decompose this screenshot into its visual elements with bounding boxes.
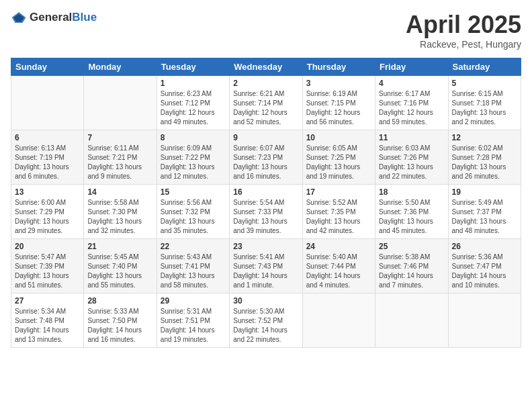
- daylight-text: Daylight: 13 hours and 48 minutes.: [452, 218, 506, 234]
- day-info: Sunrise: 6:23 AMSunset: 7:12 PMDaylight:…: [161, 89, 226, 127]
- sunset-text: Sunset: 7:22 PM: [161, 154, 210, 161]
- day-number: 12: [452, 133, 517, 142]
- day-number: 15: [161, 187, 226, 197]
- daylight-text: Daylight: 12 hours and 56 minutes.: [306, 109, 361, 126]
- table-cell: 29Sunrise: 5:31 AMSunset: 7:51 PMDayligh…: [157, 293, 229, 348]
- day-info: Sunrise: 5:40 AMSunset: 7:44 PMDaylight:…: [306, 253, 371, 290]
- table-cell: 25Sunrise: 5:38 AMSunset: 7:46 PMDayligh…: [375, 239, 448, 293]
- table-cell: 3Sunrise: 6:19 AMSunset: 7:15 PMDaylight…: [302, 76, 375, 130]
- table-cell: 11Sunrise: 6:03 AMSunset: 7:26 PMDayligh…: [375, 130, 448, 185]
- day-number: 4: [379, 79, 444, 88]
- table-cell: 7Sunrise: 6:11 AMSunset: 7:21 PMDaylight…: [84, 130, 157, 185]
- table-cell: 10Sunrise: 6:05 AMSunset: 7:25 PMDayligh…: [302, 130, 375, 185]
- sunset-text: Sunset: 7:46 PM: [379, 263, 429, 270]
- sunset-text: Sunset: 7:40 PM: [87, 263, 137, 270]
- sunrise-text: Sunrise: 5:56 AM: [161, 199, 212, 206]
- sunset-text: Sunset: 7:41 PM: [161, 263, 210, 270]
- sunrise-text: Sunrise: 5:36 AM: [452, 253, 503, 261]
- sunset-text: Sunset: 7:44 PM: [306, 263, 356, 270]
- sunset-text: Sunset: 7:19 PM: [15, 154, 64, 161]
- day-info: Sunrise: 5:34 AMSunset: 7:48 PMDaylight:…: [15, 307, 80, 345]
- calendar-title: April 2025: [406, 11, 521, 39]
- day-info: Sunrise: 5:31 AMSunset: 7:51 PMDaylight:…: [161, 307, 226, 345]
- sunset-text: Sunset: 7:30 PM: [87, 208, 137, 216]
- daylight-text: Daylight: 13 hours and 58 minutes.: [161, 272, 215, 289]
- table-cell: 6Sunrise: 6:13 AMSunset: 7:19 PMDaylight…: [11, 130, 84, 185]
- sunrise-text: Sunrise: 6:00 AM: [15, 199, 66, 206]
- sunset-text: Sunset: 7:29 PM: [15, 208, 64, 216]
- logo: GeneralBlue: [11, 11, 97, 24]
- table-cell: 26Sunrise: 5:36 AMSunset: 7:47 PMDayligh…: [448, 239, 521, 293]
- header-thursday: Thursday: [302, 58, 375, 76]
- day-info: Sunrise: 6:17 AMSunset: 7:16 PMDaylight:…: [379, 89, 444, 127]
- sunrise-text: Sunrise: 6:19 AM: [306, 90, 357, 97]
- sunrise-text: Sunrise: 5:54 AM: [233, 199, 284, 206]
- sunset-text: Sunset: 7:12 PM: [161, 99, 210, 107]
- header-friday: Friday: [375, 58, 448, 76]
- sunset-text: Sunset: 7:23 PM: [233, 154, 283, 161]
- sunset-text: Sunset: 7:48 PM: [15, 317, 64, 324]
- daylight-text: Daylight: 13 hours and 51 minutes.: [15, 272, 69, 289]
- day-number: 10: [306, 133, 371, 142]
- day-info: Sunrise: 5:33 AMSunset: 7:50 PMDaylight:…: [87, 307, 152, 345]
- table-cell: [302, 293, 375, 348]
- week-row-1: 1Sunrise: 6:23 AMSunset: 7:12 PMDaylight…: [11, 76, 521, 130]
- day-info: Sunrise: 6:19 AMSunset: 7:15 PMDaylight:…: [306, 89, 371, 127]
- sunset-text: Sunset: 7:33 PM: [233, 208, 283, 216]
- day-number: 7: [87, 133, 152, 142]
- day-number: 28: [87, 296, 152, 306]
- table-cell: 5Sunrise: 6:15 AMSunset: 7:18 PMDaylight…: [448, 76, 521, 130]
- table-cell: 19Sunrise: 5:49 AMSunset: 7:37 PMDayligh…: [448, 185, 521, 239]
- table-cell: [11, 76, 84, 130]
- sunrise-text: Sunrise: 5:34 AM: [15, 308, 66, 315]
- day-number: 19: [452, 187, 517, 197]
- table-cell: 13Sunrise: 6:00 AMSunset: 7:29 PMDayligh…: [11, 185, 84, 239]
- day-number: 8: [161, 133, 226, 142]
- table-cell: 30Sunrise: 5:30 AMSunset: 7:52 PMDayligh…: [230, 293, 302, 348]
- day-number: 27: [15, 296, 80, 306]
- calendar-header-row: Sunday Monday Tuesday Wednesday Thursday…: [11, 58, 521, 76]
- sunrise-text: Sunrise: 5:33 AM: [87, 308, 138, 315]
- sunrise-text: Sunrise: 6:07 AM: [233, 144, 284, 152]
- table-cell: 24Sunrise: 5:40 AMSunset: 7:44 PMDayligh…: [302, 239, 375, 293]
- sunrise-text: Sunrise: 5:43 AM: [161, 253, 212, 261]
- daylight-text: Daylight: 13 hours and 6 minutes.: [15, 163, 69, 180]
- calendar-table: Sunday Monday Tuesday Wednesday Thursday…: [11, 58, 521, 348]
- logo-text: GeneralBlue: [30, 11, 97, 24]
- week-row-4: 20Sunrise: 5:47 AMSunset: 7:39 PMDayligh…: [11, 239, 521, 293]
- day-number: 23: [233, 242, 298, 251]
- daylight-text: Daylight: 13 hours and 55 minutes.: [87, 272, 142, 289]
- sunset-text: Sunset: 7:25 PM: [306, 154, 356, 161]
- day-info: Sunrise: 6:15 AMSunset: 7:18 PMDaylight:…: [452, 89, 517, 127]
- table-cell: [84, 76, 157, 130]
- sunrise-text: Sunrise: 5:38 AM: [379, 253, 430, 261]
- table-cell: 18Sunrise: 5:50 AMSunset: 7:36 PMDayligh…: [375, 185, 448, 239]
- sunset-text: Sunset: 7:18 PM: [452, 99, 502, 107]
- sunrise-text: Sunrise: 5:49 AM: [452, 199, 503, 206]
- day-number: 3: [306, 79, 371, 88]
- table-cell: 16Sunrise: 5:54 AMSunset: 7:33 PMDayligh…: [230, 185, 302, 239]
- sunset-text: Sunset: 7:39 PM: [15, 263, 64, 270]
- sunrise-text: Sunrise: 6:17 AM: [379, 90, 430, 97]
- sunrise-text: Sunrise: 5:31 AM: [161, 308, 212, 315]
- day-number: 26: [452, 242, 517, 251]
- daylight-text: Daylight: 13 hours and 39 minutes.: [233, 218, 287, 234]
- daylight-text: Daylight: 13 hours and 22 minutes.: [379, 163, 433, 180]
- day-number: 11: [379, 133, 444, 142]
- day-info: Sunrise: 6:13 AMSunset: 7:19 PMDaylight:…: [15, 144, 80, 181]
- sunrise-text: Sunrise: 6:13 AM: [15, 144, 66, 152]
- sunrise-text: Sunrise: 5:47 AM: [15, 253, 66, 261]
- table-cell: 27Sunrise: 5:34 AMSunset: 7:48 PMDayligh…: [11, 293, 84, 348]
- sunset-text: Sunset: 7:26 PM: [379, 154, 429, 161]
- sunset-text: Sunset: 7:37 PM: [452, 208, 502, 216]
- day-number: 6: [15, 133, 80, 142]
- day-number: 9: [233, 133, 298, 142]
- day-info: Sunrise: 5:58 AMSunset: 7:30 PMDaylight:…: [87, 198, 152, 236]
- table-cell: 17Sunrise: 5:52 AMSunset: 7:35 PMDayligh…: [302, 185, 375, 239]
- day-number: 1: [161, 79, 226, 88]
- day-info: Sunrise: 5:43 AMSunset: 7:41 PMDaylight:…: [161, 253, 226, 290]
- day-info: Sunrise: 5:36 AMSunset: 7:47 PMDaylight:…: [452, 253, 517, 290]
- daylight-text: Daylight: 14 hours and 19 minutes.: [161, 326, 215, 343]
- table-cell: [448, 293, 521, 348]
- daylight-text: Daylight: 13 hours and 45 minutes.: [379, 218, 433, 234]
